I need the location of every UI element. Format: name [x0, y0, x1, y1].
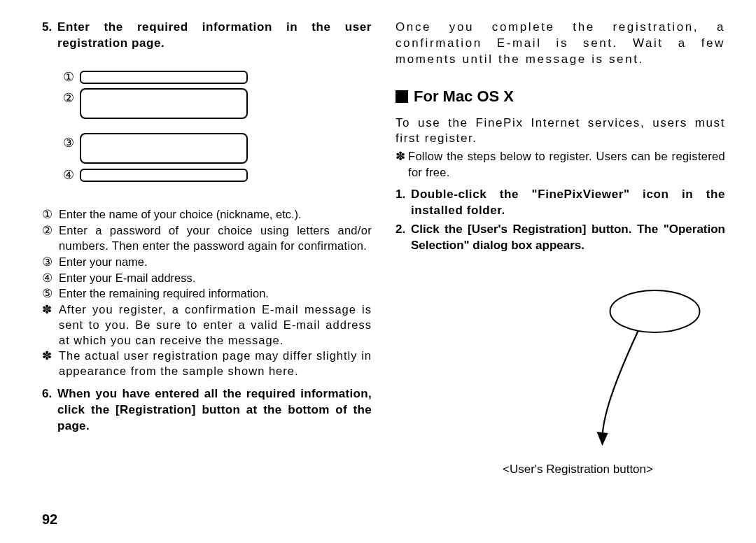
legend-mark-2: ②: [42, 223, 59, 254]
step-6: 6. When you have entered all the require…: [42, 386, 372, 435]
page-number: 92: [42, 512, 57, 528]
mac-step-1: 1. Double-click the "FinePixViewer" icon…: [396, 187, 725, 219]
legend-text-6: After you register, a confirmation E-mai…: [59, 302, 372, 348]
legend-list: ① Enter the name of your choice (nicknam…: [42, 207, 372, 379]
form-row-2: ②: [63, 88, 372, 119]
mac-step-1-text: Double-click the "FinePixViewer" icon in…: [411, 187, 725, 219]
legend-item-6: ✽ After you register, a confirmation E-m…: [42, 302, 372, 348]
legend-item-5: ⑤ Enter the remaining required informati…: [42, 286, 372, 302]
legend-mark-7: ✽: [42, 348, 59, 379]
legend-mark-1: ①: [42, 207, 59, 223]
mac-os-heading-text: For Mac OS X: [414, 86, 514, 107]
arrow-line-icon: [603, 331, 638, 437]
form-row-4: ④: [63, 167, 372, 183]
follow-text: Follow the steps below to register. User…: [408, 148, 725, 180]
legend-item-3: ③ Enter your name.: [42, 255, 372, 270]
follow-mark: ✽: [396, 148, 408, 180]
form-label-3: ③: [63, 133, 80, 151]
mac-step-2-number: 2.: [396, 222, 411, 254]
figure-caption: <User's Registration button>: [396, 462, 725, 478]
step-5-text: Enter the required information in the us…: [57, 20, 372, 52]
legend-mark-6: ✽: [42, 302, 59, 348]
legend-text-2: Enter a password of your choice using le…: [59, 223, 372, 254]
confirmation-paragraph: Once you complete the registration, a co…: [396, 20, 725, 68]
mac-step-2-text: Click the [User's Registration] button. …: [411, 222, 725, 254]
legend-text-4: Enter your E-mail address.: [59, 271, 372, 286]
follow-note: ✽ Follow the steps below to register. Us…: [396, 148, 725, 180]
legend-text-7: The actual user registration page may di…: [59, 348, 372, 379]
form-row-3: ③: [63, 133, 372, 164]
registration-button-figure: [396, 274, 725, 456]
ellipse-callout-icon: [610, 290, 700, 332]
legend-mark-3: ③: [42, 255, 59, 270]
legend-text-5: Enter the remaining required information…: [59, 286, 372, 302]
square-bullet-icon: [396, 90, 408, 103]
page-columns: 5. Enter the required information in the…: [42, 20, 725, 523]
mac-intro: To use the FinePix Internet services, us…: [396, 115, 725, 148]
mac-os-heading: For Mac OS X: [396, 86, 725, 107]
legend-mark-5: ⑤: [42, 286, 59, 302]
right-column: Once you complete the registration, a co…: [396, 20, 725, 523]
step-5: 5. Enter the required information in the…: [42, 20, 372, 52]
mac-step-1-number: 1.: [396, 187, 411, 219]
legend-text-1: Enter the name of your choice (nickname,…: [59, 207, 372, 223]
form-label-4: ④: [63, 167, 80, 183]
form-label-2: ②: [63, 88, 80, 106]
nickname-field-box: [80, 71, 248, 84]
legend-item-2: ② Enter a password of your choice using …: [42, 223, 372, 254]
form-label-1: ①: [63, 69, 80, 85]
step-5-number: 5.: [42, 20, 57, 52]
form-row-1: ①: [63, 69, 372, 85]
legend-mark-4: ④: [42, 271, 59, 286]
step-6-number: 6.: [42, 386, 57, 435]
left-column: 5. Enter the required information in the…: [42, 20, 372, 523]
name-field-box: [80, 133, 248, 164]
legend-item-1: ① Enter the name of your choice (nicknam…: [42, 207, 372, 223]
legend-item-7: ✽ The actual user registration page may …: [42, 348, 372, 379]
arrowhead-icon: [597, 432, 608, 446]
legend-item-4: ④ Enter your E-mail address.: [42, 271, 372, 286]
email-field-box: [80, 169, 248, 182]
step-6-text: When you have entered all the required i…: [57, 386, 372, 435]
password-field-box: [80, 88, 248, 119]
registration-form-figure: ① ② ③ ④: [63, 69, 372, 184]
legend-text-3: Enter your name.: [59, 255, 372, 270]
mac-step-2: 2. Click the [User's Registration] butto…: [396, 222, 725, 254]
